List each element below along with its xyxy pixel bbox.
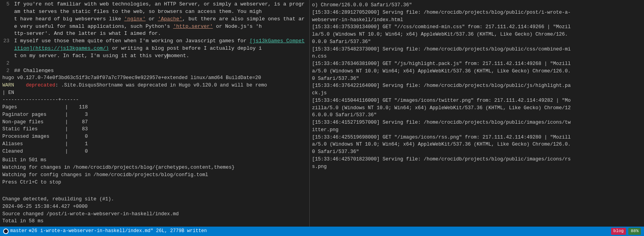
col-sep-static: | [65, 126, 72, 133]
log-line-2: [15:33:46:375330134000] GET "//css/combi… [312, 23, 642, 31]
file-info: i-wrote-a-webserver-in-haskell/index.md"… [40, 228, 207, 234]
line-num-5: 5 [3, 1, 14, 16]
log-line-6: [15:33:46:415044116000] GET "/images/ico… [312, 97, 642, 104]
table-row-cleaned: Cleaned | 0 [2, 148, 307, 155]
editor-line-5c: ttp-server'. And the latter is what I ai… [0, 30, 309, 38]
log-line-7b: itter.png [312, 126, 642, 134]
date-line: 2024-06-25 15:38:44.427 +0000 [2, 203, 307, 211]
col-label-cleaned: Cleaned [2, 148, 65, 155]
hugo-cmd-line: hugo v0.127.0-74e0f3bd63c51f3c7a0f07a7c7… [2, 74, 307, 82]
log-line-1b: webserver-in-haskell/index.html [312, 16, 642, 24]
line-num-h2: 2 [3, 67, 14, 73]
line-num-23b [3, 52, 14, 60]
log-line-6c: 6.0.0.0 Safari/537.36" [312, 112, 642, 119]
git-branch: master ⊕26 [3, 228, 37, 234]
status-left: master ⊕26 i-wrote-a-webserver-in-haskel… [3, 228, 207, 234]
log-line-0: o) Chrome/126.0.0.0 Safari/537.36" [312, 2, 642, 9]
line-content-h2: ## Challenges [14, 67, 306, 73]
col-label-static: Static files [2, 126, 65, 133]
editor-content: 5 If you're not familiar with web techno… [0, 0, 309, 73]
log-line-9: [15:33:46:425701823000] Serving file: /h… [312, 156, 642, 163]
line-content-23: I myself use those them quite often when… [14, 38, 306, 52]
log-line-6b: zilla/5.0 (Windows NT 10.0; Win64; x64) … [312, 104, 642, 112]
watching-line-1: Watching for changes in /home/crocidb/pr… [2, 164, 307, 171]
editor-line-23: 23 I myself use those them quite often w… [0, 38, 309, 52]
percent-badge: 88% [628, 228, 641, 235]
table-row-processed: Processed images | 0 [2, 133, 307, 141]
watching-line-2: Watching for config changes in /home/cro… [2, 171, 307, 179]
col-sep-processed: | [65, 133, 72, 141]
editor-line-h2: 2 ## Challenges [0, 67, 309, 73]
blog-badge: blog [611, 228, 626, 235]
col-val-nonpage: 87 [72, 119, 88, 126]
log-line-8: [15:33:46:425519698000] GET "/images/ico… [312, 134, 642, 141]
col-sep-paginator: | [65, 111, 72, 119]
table-row-pages: Pages | 118 [2, 104, 307, 111]
editor-pane: 5 If you're not familiar with web techno… [0, 0, 310, 227]
table-divider: -------------------+------ [2, 96, 307, 104]
editor-line-5: 5 If you're not familiar with web techno… [0, 1, 309, 16]
col-val-static: 83 [72, 126, 88, 133]
log-line-4: [15:33:46:376346381000] GET "/js/highlig… [312, 60, 642, 68]
blank-line [2, 186, 307, 193]
col-sep-aliases: | [65, 141, 72, 148]
line-content-5b: t have heard of big webservers like 'ngi… [14, 16, 306, 31]
line-num-23: 23 [3, 38, 14, 52]
table-header: | EN [2, 89, 307, 97]
link-http-server: 'http.server' [173, 23, 213, 29]
main-area: 5 If you're not familiar with web techno… [0, 0, 644, 227]
terminal-right: o) Chrome/126.0.0.0 Safari/537.36" [15:3… [310, 0, 644, 227]
col-label-nonpage: Non-page files [2, 119, 65, 126]
line-num-5c [3, 30, 14, 38]
col-sep-pages: | [65, 104, 72, 111]
built-line: Built in 501 ms [2, 157, 307, 164]
log-line-9b: s.png [312, 163, 642, 171]
change-detected-line: Change detected, rebuilding site (#1). [2, 196, 307, 203]
table-row-paginator: Paginator pages | 3 [2, 111, 307, 119]
sync-count: ⊕26 [29, 228, 37, 234]
total-line: Total in 58 ms [2, 218, 307, 225]
log-line-4c: 0 Safari/537.36" [312, 75, 642, 83]
line-content-23b: t on my server. In fact, I'm using it at… [14, 52, 306, 60]
table-row-static: Static files | 83 [2, 126, 307, 133]
editor-line-23b: t on my server. In fact, I'm using it at… [0, 52, 309, 60]
text-cursor [167, 54, 168, 59]
log-line-8b: a/5.0 (Windows NT 10.0; Win64; x64) Appl… [312, 141, 642, 148]
line-content-5c: ttp-server'. And the latter is what I ai… [14, 30, 306, 38]
source-changed-line: Source changed /post/i-wrote-a-webserver… [2, 211, 307, 218]
log-line-2b: la/5.0 (Windows NT 10.0; Win64; x64) App… [312, 31, 642, 38]
status-bar: master ⊕26 i-wrote-a-webserver-in-haskel… [0, 227, 644, 236]
link-js13k: [js13kGames Competition](https://js13kga… [14, 38, 305, 51]
col-label-paginator: Paginator pages [2, 111, 65, 119]
status-right: blog 88% [611, 228, 641, 235]
line-num-5b [3, 16, 14, 31]
log-line-4b: a/5.0 (Windows NT 10.0; Win64; x64) Appl… [312, 68, 642, 75]
line-num-empty: 2 [3, 60, 14, 67]
warn-line: WARN deprecated: .Site.DisqusShortname w… [2, 82, 307, 89]
log-line-8c: 0 Safari/537.36" [312, 148, 642, 156]
git-icon [3, 229, 9, 234]
editor-line-empty: 2 [0, 60, 309, 67]
col-sep-nonpage: | [65, 119, 72, 126]
link-apache: 'Apache' [158, 16, 182, 22]
link-nginx: 'nginx' [124, 16, 146, 22]
col-val-paginator: 3 [72, 111, 88, 119]
col-val-cleaned: 0 [72, 148, 88, 155]
warn-keyword: WARN [2, 83, 14, 88]
col-sep-cleaned: | [65, 148, 72, 155]
terminal-left: hugo v0.127.0-74e0f3bd63c51f3c7a0f07a7c7… [0, 73, 310, 227]
col-val-processed: 0 [72, 133, 88, 141]
log-line-7: [15:33:46:415271957000] Serving file: /h… [312, 119, 642, 126]
line-content-empty [14, 60, 306, 67]
line-content-5: If you're not familiar with web technolo… [14, 1, 306, 16]
log-line-2c: 0.0.0 Safari/537.36" [312, 38, 642, 46]
press-ctrl-line: Press Ctrl+C to stop [2, 179, 307, 186]
table-row-nonpage: Non-page files | 87 [2, 119, 307, 126]
deprecated-keyword: deprecated [26, 83, 55, 88]
log-line-3: [15:33:46:375482373000] Serving file: /h… [312, 46, 642, 53]
editor-line-5b: t have heard of big webservers like 'ngi… [0, 16, 309, 31]
log-line-1: [15:33:46:289127052000] Serving file: /h… [312, 9, 642, 16]
branch-name: master [10, 228, 27, 234]
col-label-pages: Pages [2, 104, 65, 111]
log-line-3b: n.css [312, 53, 642, 60]
